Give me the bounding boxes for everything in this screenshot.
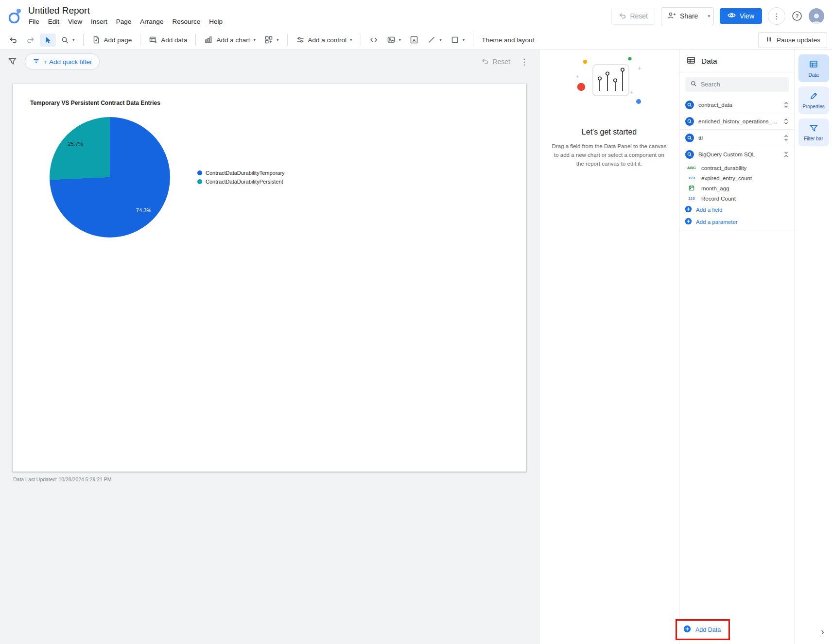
menu-resource[interactable]: Resource [168,17,205,27]
pie-chart[interactable]: 74.3% 25.7% [50,117,170,237]
chevron-down-icon: ▾ [399,38,401,42]
chevron-down-icon: ▾ [277,38,279,42]
number-field-icon: 123 [685,196,698,201]
select-tool-button[interactable] [40,34,56,47]
share-dropdown-button[interactable]: ▾ [704,8,713,25]
data-source-name: enriched_history_operations_sorob... [698,119,778,124]
add-data-button[interactable]: Add Data [677,621,728,639]
field-row[interactable]: 123 Record Count [679,193,795,203]
pie-chart-component[interactable]: Temporary VS Persistent Contract Data En… [13,84,526,237]
getting-started-panel: Let's get started Drag a field from the … [539,50,679,644]
data-source-row[interactable]: contract_data [679,97,795,113]
share-button[interactable]: Share [661,8,704,25]
legend-label: ContractDataDurabilityPersistent [206,179,283,185]
theme-and-layout-button[interactable]: Theme and layout [478,34,538,46]
chevron-down-icon: ▾ [253,38,256,42]
tab-filter-bar[interactable]: Filter bar [798,119,829,146]
add-person-icon [667,11,676,21]
field-row[interactable]: 123 expired_entry_count [679,173,795,183]
report-canvas[interactable]: Temporary VS Persistent Contract Data En… [0,73,539,644]
report-page[interactable]: Temporary VS Persistent Contract Data En… [13,84,526,472]
toolbar-divider [361,34,361,46]
panel-divider [679,231,795,231]
collapse-panel-button[interactable]: › [821,627,824,636]
data-source-row[interactable]: ttl [679,130,795,146]
menu-help[interactable]: Help [205,17,227,27]
help-button[interactable]: ? [791,10,803,22]
chevron-down-icon: ▾ [708,14,710,18]
add-page-button[interactable]: Add page [88,33,136,47]
tab-label: Data [808,72,818,78]
undo-button[interactable] [5,33,21,47]
account-avatar[interactable] [809,8,824,24]
plus-circle-icon [685,205,692,214]
field-row[interactable]: month_agg [679,183,795,193]
tab-label: Properties [802,104,825,109]
quick-filter-bar: + Add quick filter Reset ⋮ [0,50,539,73]
view-button[interactable]: View [720,8,762,24]
embed-code-button[interactable] [365,33,382,47]
menu-file[interactable]: File [24,17,44,27]
collapse-source-button[interactable] [782,151,790,158]
plus-circle-icon [685,218,692,226]
tab-properties[interactable]: Properties [798,86,829,114]
report-title[interactable]: Untitled Report [28,5,90,16]
expand-source-button[interactable] [782,102,790,108]
eye-icon [728,12,736,20]
filter-reset-button[interactable]: Reset [481,57,510,67]
legend-item: ContractDataDurabilityPersistent [197,179,285,185]
annotation-highlight-box: Add Data [676,619,730,640]
data-source-row[interactable]: enriched_history_operations_sorob... [679,113,795,130]
menu-insert[interactable]: Insert [87,17,112,27]
looker-studio-app: Untitled Report File Edit View Insert Pa… [0,0,832,644]
filter-bar-more-button[interactable]: ⋮ [517,56,531,68]
chart-legend: ContractDataDurabilityTemporary Contract… [197,170,285,185]
field-row[interactable]: ABC contract_durability [679,163,795,173]
getting-started-title: Let's get started [582,128,637,136]
add-data-toolbar-button[interactable]: Add data [145,33,191,47]
more-options-button[interactable]: ⋮ [768,7,785,25]
menu-arrange[interactable]: Arrange [136,17,168,27]
legend-item: ContractDataDurabilityTemporary [197,170,285,176]
add-quick-filter-button[interactable]: + Add quick filter [25,53,100,70]
add-parameter-button[interactable]: Add a parameter [679,216,795,228]
insert-image-button[interactable]: ▾ [383,33,405,47]
data-source-name: contract_data [698,102,778,108]
insert-text-button[interactable]: A [406,33,422,47]
search-input[interactable] [701,81,784,88]
insert-shape-button[interactable]: ▾ [447,33,469,47]
expand-source-button[interactable] [782,135,790,141]
data-source-row[interactable]: BigQuery Custom SQL [679,146,795,163]
data-panel-header: Data [679,50,795,72]
zoom-tool-button[interactable]: ▾ [57,34,79,47]
insert-line-button[interactable]: ▾ [423,33,446,47]
pause-updates-button[interactable]: Pause updates [758,32,827,48]
bigquery-icon [685,134,694,142]
filter-bar-actions: Reset ⋮ [481,56,531,68]
legend-label: ContractDataDurabilityTemporary [206,170,285,176]
menu-page[interactable]: Page [112,17,136,27]
svg-text:?: ? [796,13,799,19]
toolbar-divider [473,34,473,46]
redo-button[interactable] [22,33,39,47]
main-area: + Add quick filter Reset ⋮ [0,50,832,644]
expand-source-button[interactable] [782,118,790,125]
top-header: Untitled Report File Edit View Insert Pa… [0,0,832,30]
title-block: Untitled Report File Edit View Insert Pa… [28,5,611,27]
legend-swatch [197,179,202,184]
add-field-button[interactable]: Add a field [679,203,795,216]
kebab-icon: ⋮ [773,12,780,21]
menu-edit[interactable]: Edit [44,17,64,27]
add-control-button[interactable]: Add a control ▾ [292,33,356,47]
toolbar-divider [195,34,196,46]
add-chart-button[interactable]: Add a chart ▾ [200,33,260,47]
chart-title: Temporary VS Persistent Contract Data En… [30,100,526,106]
chevron-down-icon: ▾ [439,38,442,42]
pause-icon [765,35,773,45]
reset-button[interactable]: Reset [611,8,655,25]
menu-view[interactable]: View [64,17,87,27]
data-panel-title: Data [701,57,717,66]
tab-data[interactable]: Data [798,54,829,82]
legend-swatch [197,170,202,175]
community-visualizations-button[interactable]: ▾ [260,33,283,47]
